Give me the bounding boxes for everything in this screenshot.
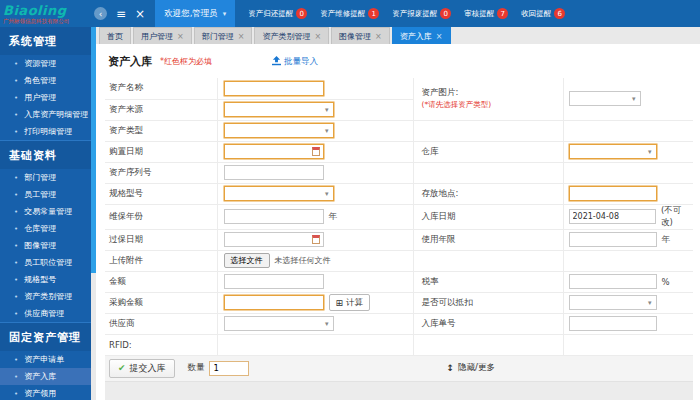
- calendar-icon[interactable]: [312, 147, 320, 156]
- hide-more-toggle[interactable]: ↕ 隐藏/更多: [447, 362, 495, 374]
- tab-close-icon[interactable]: ×: [375, 32, 382, 41]
- welcome-text: 欢迎您,管理员: [164, 8, 218, 20]
- warranty-expire-date-input[interactable]: [225, 233, 323, 246]
- field-cell: ▾: [563, 78, 693, 120]
- field-cell: 年: [217, 204, 413, 229]
- tab-close-icon[interactable]: ×: [177, 32, 184, 41]
- asset-type-select[interactable]: ▾: [224, 123, 334, 138]
- sidebar-item[interactable]: •角色管理: [0, 72, 91, 89]
- sidebar-item[interactable]: •打印明细管理: [0, 123, 91, 140]
- sidebar-item-label: 员工职位管理: [24, 257, 72, 268]
- storage-location-input[interactable]: [570, 187, 656, 200]
- bullet-icon: •: [14, 293, 18, 301]
- field-label: 购置日期: [105, 141, 217, 162]
- sidebar-section-title[interactable]: 系统管理: [0, 27, 91, 55]
- close-icon[interactable]: ×: [135, 8, 145, 20]
- content-area: 首页用户管理×部门管理×资产类别管理×图像管理×资产入库× 资产入库 *红色框为…: [96, 27, 700, 400]
- asset-serial-input[interactable]: [225, 166, 323, 179]
- tab-item[interactable]: 首页: [99, 27, 131, 44]
- tab-close-icon[interactable]: ×: [238, 32, 245, 41]
- field-cell: ▾: [217, 313, 413, 334]
- sidebar-item[interactable]: •用户管理: [0, 89, 91, 106]
- field-cell: 选择文件未选择任何文件: [217, 250, 413, 271]
- field-label: 资产图片:(*请先选择资产类型): [413, 78, 563, 120]
- attachment-choose-file-button[interactable]: 选择文件: [224, 253, 270, 268]
- menu-icon[interactable]: ≡: [116, 8, 126, 20]
- amount-input[interactable]: [225, 275, 323, 288]
- calculator-icon: ⊞: [336, 298, 344, 308]
- field-cell: [217, 141, 413, 162]
- sidebar-item[interactable]: •规格型号: [0, 271, 91, 288]
- notification-item[interactable]: 资产归还提醒0: [248, 8, 307, 19]
- quantity-input[interactable]: [209, 361, 249, 376]
- sidebar-item-label: 入库资产明细管理: [24, 109, 88, 120]
- warehouse-select[interactable]: ▾: [569, 144, 657, 159]
- chevron-down-icon: ▾: [325, 127, 329, 135]
- field-label: RFID:: [105, 334, 217, 355]
- asset-image-select[interactable]: ▾: [569, 91, 641, 106]
- notification-item[interactable]: 审核提醒7: [464, 8, 508, 19]
- sidebar-section-title[interactable]: 固定资产管理: [0, 322, 91, 351]
- field-label: [413, 120, 563, 141]
- sidebar-item-label: 交易常量管理: [24, 206, 72, 217]
- sidebar-section-title[interactable]: 基础资料: [0, 140, 91, 169]
- notification-item[interactable]: 收回提醒6: [521, 8, 565, 19]
- purchase-date-input[interactable]: [225, 145, 323, 158]
- notification-badge: 0: [296, 8, 307, 19]
- purchase-amount-calc-button[interactable]: ⊞计算: [329, 294, 371, 311]
- tab-item[interactable]: 图像管理×: [331, 27, 390, 44]
- sidebar-item[interactable]: •资产领用: [0, 385, 91, 400]
- tab-label: 图像管理: [339, 31, 371, 42]
- service-years-input[interactable]: [570, 233, 656, 246]
- tab-close-icon[interactable]: ×: [314, 32, 321, 41]
- check-icon: ✔: [118, 363, 126, 373]
- sidebar-item[interactable]: •员工管理: [0, 186, 91, 203]
- tab-item[interactable]: 部门管理×: [194, 27, 253, 44]
- sidebar-item[interactable]: •部门管理: [0, 169, 91, 186]
- tab-item[interactable]: 资产类别管理×: [254, 27, 329, 44]
- tab-close-icon[interactable]: ×: [436, 32, 443, 41]
- sidebar-item-label: 供应商管理: [24, 308, 64, 319]
- notification-item[interactable]: 资产维修提醒1: [320, 8, 379, 19]
- field-label: 供应商: [105, 313, 217, 334]
- user-menu[interactable]: 欢迎您,管理员 ▾: [155, 0, 235, 27]
- supplier-select[interactable]: ▾: [224, 316, 334, 331]
- bullet-icon: •: [14, 111, 18, 119]
- field-cell: ⊞计算: [217, 292, 413, 313]
- calendar-icon[interactable]: [312, 235, 320, 244]
- sidebar-item[interactable]: •资产入库: [0, 368, 91, 385]
- inbound-date-input[interactable]: [570, 210, 656, 223]
- chevron-down-icon: ▾: [632, 95, 636, 103]
- inbound-order-input[interactable]: [570, 317, 656, 330]
- top-header: Biaoling 广州标领信息科技有限公司 ‹ ≡ × 欢迎您,管理员 ▾ 资产…: [0, 0, 700, 27]
- sidebar-item-label: 角色管理: [24, 75, 56, 86]
- sidebar-item-label: 打印明细管理: [24, 126, 72, 137]
- field-cell: ▾: [563, 141, 693, 162]
- tab-item[interactable]: 资产入库×: [392, 27, 451, 44]
- sidebar-item[interactable]: •交易常量管理: [0, 203, 91, 220]
- asset-name-input[interactable]: [225, 82, 323, 95]
- sidebar-item[interactable]: •资产申请单: [0, 351, 91, 368]
- field-label: 仓库: [413, 141, 563, 162]
- tax-rate-input[interactable]: [570, 275, 656, 288]
- warranty-years-input[interactable]: [225, 210, 323, 223]
- spec-model-select[interactable]: ▾: [224, 186, 334, 201]
- sidebar-item[interactable]: •员工职位管理: [0, 254, 91, 271]
- submit-inbound-button[interactable]: ✔ 提交入库: [109, 359, 175, 378]
- sidebar-item[interactable]: •图像管理: [0, 237, 91, 254]
- tab-item[interactable]: 用户管理×: [133, 27, 192, 44]
- notification-item[interactable]: 资产报废提醒0: [392, 8, 451, 19]
- sidebar-item[interactable]: •资源管理: [0, 55, 91, 72]
- asset-source-select[interactable]: ▾: [224, 102, 334, 117]
- sidebar-item[interactable]: •仓库管理: [0, 220, 91, 237]
- sidebar-item-label: 规格型号: [24, 274, 56, 285]
- sidebar-item[interactable]: •供应商管理: [0, 305, 91, 322]
- purchase-amount-input[interactable]: [225, 296, 323, 309]
- batch-import-button[interactable]: 批量导入: [272, 56, 318, 68]
- sidebar-item[interactable]: •入库资产明细管理: [0, 106, 91, 123]
- deductible-select[interactable]: ▾: [569, 295, 657, 310]
- sidebar-item[interactable]: •资产类别管理: [0, 288, 91, 305]
- logo-subtext: 广州标领信息科技有限公司: [3, 18, 85, 24]
- field-label: [413, 250, 563, 271]
- collapse-sidebar-icon[interactable]: ‹: [94, 7, 107, 20]
